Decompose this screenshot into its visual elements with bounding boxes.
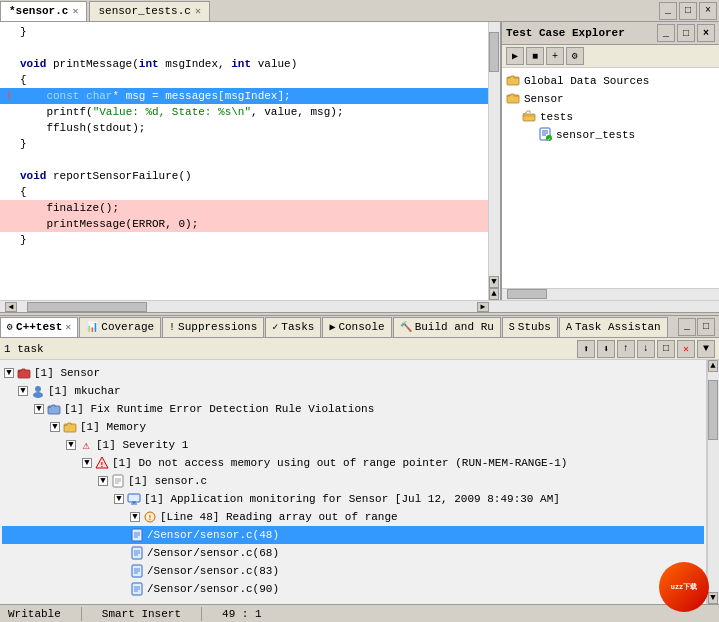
scroll-up-btn[interactable]: ▲ — [489, 288, 499, 300]
maximize-button[interactable]: □ — [679, 2, 697, 20]
error-icon: ! — [95, 456, 109, 470]
code-line: printf("Value: %d, State: %s\n", value, … — [0, 104, 500, 120]
status-divider — [81, 607, 82, 621]
editor-tab-bar: *sensor.c ✕ sensor_tests.c ✕ _ □ × — [0, 0, 719, 22]
bottom-panel-maximize[interactable]: □ — [697, 318, 715, 336]
test-tree[interactable]: Global Data Sources Sensor t — [502, 68, 719, 288]
task-btn-7[interactable]: ▼ — [697, 340, 715, 358]
expand-icon[interactable]: ▼ — [82, 458, 92, 468]
task-row-sensor-c-48[interactable]: /Sensor/sensor.c(48) — [2, 526, 704, 544]
panel-minimize[interactable]: _ — [657, 24, 675, 42]
close-icon[interactable]: ✕ — [72, 5, 78, 17]
red-folder-icon — [17, 366, 31, 380]
scrollbar-thumb[interactable] — [489, 32, 499, 72]
expand-icon[interactable]: ▼ — [66, 440, 76, 450]
tab-coverage[interactable]: 📊 Coverage — [79, 317, 161, 337]
code-text: printf("Value: %d, State: %s\n", value, … — [16, 106, 498, 118]
expand-icon[interactable]: ▼ — [114, 494, 124, 504]
panel-hscrollbar[interactable] — [502, 288, 719, 300]
code-line: void printMessage(int msgIndex, int valu… — [0, 56, 500, 72]
code-line — [0, 40, 500, 56]
scroll-up-btn[interactable]: ▲ — [708, 360, 718, 372]
task-tree[interactable]: ▼ [1] Sensor ▼ [1] mkuchar ▼ — [0, 360, 707, 604]
scroll-down-btn[interactable]: ▼ — [708, 592, 718, 604]
hscroll-thumb[interactable] — [27, 302, 147, 312]
expand-icon[interactable]: ▼ — [34, 404, 44, 414]
task-row-sensor-c-68[interactable]: /Sensor/sensor.c(68) — [2, 544, 704, 562]
task-btn-1[interactable]: ⬆ — [577, 340, 595, 358]
code-line: void reportSensorFailure() — [0, 168, 500, 184]
expand-icon[interactable]: ▼ — [130, 512, 140, 522]
tree-item-sensor[interactable]: Sensor — [506, 90, 715, 108]
expand-icon[interactable]: ▼ — [18, 386, 28, 396]
task-btn-2[interactable]: ⬇ — [597, 340, 615, 358]
tab-sensor-tests-c[interactable]: sensor_tests.c ✕ — [89, 1, 209, 21]
tab-suppressions[interactable]: ! Suppressions — [162, 317, 264, 337]
close-button[interactable]: × — [699, 2, 717, 20]
task-row-app-monitoring[interactable]: ▼ [1] Application monitoring for Sensor … — [2, 490, 704, 508]
tree-item-sensor-tests[interactable]: ✓ sensor_tests — [506, 126, 715, 144]
scrollbar-thumb[interactable] — [708, 380, 718, 440]
close-icon[interactable]: ✕ — [195, 5, 201, 17]
tab-label: Console — [338, 321, 384, 333]
task-btn-5[interactable]: □ — [657, 340, 675, 358]
code-text: void printMessage(int msgIndex, int valu… — [16, 58, 498, 70]
task-row-severity[interactable]: ▼ ⚠ [1] Severity 1 — [2, 436, 704, 454]
task-row-sensor-c-90[interactable]: /Sensor/sensor.c(90) — [2, 580, 704, 598]
panel-maximize[interactable]: □ — [677, 24, 695, 42]
editor-hscrollbar[interactable]: ◀ ▶ — [0, 302, 501, 312]
bottom-vscrollbar[interactable]: ▲ ▼ — [707, 360, 719, 604]
bottom-panel-minimize[interactable]: _ — [678, 318, 696, 336]
expand-icon[interactable]: ▼ — [98, 476, 108, 486]
minimize-button[interactable]: _ — [659, 2, 677, 20]
tree-item-global[interactable]: Global Data Sources — [506, 72, 715, 90]
task-row-fix[interactable]: ▼ [1] Fix Runtime Error Detection Rule V… — [2, 400, 704, 418]
tab-console[interactable]: ▶ Console — [322, 317, 391, 337]
expand-icon[interactable]: ▼ — [4, 368, 14, 378]
code-line: } — [0, 136, 500, 152]
task-row-memory[interactable]: ▼ [1] Memory — [2, 418, 704, 436]
code-text: } — [16, 138, 498, 150]
task-toolbar-row: 1 task ⬆ ⬇ ↑ ↓ □ ✕ ▼ — [0, 338, 719, 360]
gear-icon: ⚙ — [7, 321, 13, 333]
task-label: [1] Application monitoring for Sensor [J… — [144, 493, 560, 505]
tab-label: Coverage — [101, 321, 154, 333]
task-btn-3[interactable]: ↑ — [617, 340, 635, 358]
task-row-sensor-c-83[interactable]: /Sensor/sensor.c(83) — [2, 562, 704, 580]
expand-icon[interactable]: ▼ — [50, 422, 60, 432]
toolbar-btn-1[interactable]: ▶ — [506, 47, 524, 65]
panel-title-bar: Test Case Explorer _ □ × — [502, 22, 719, 45]
tab-sensor-c[interactable]: *sensor.c ✕ — [0, 1, 87, 21]
task-row-do-not-access[interactable]: ▼ ! [1] Do not access memory using out o… — [2, 454, 704, 472]
scroll-down-btn[interactable]: ▼ — [489, 276, 499, 288]
folder-blue-icon — [47, 402, 61, 416]
scrollbar-thumb[interactable] — [507, 289, 547, 299]
tree-item-tests[interactable]: tests — [506, 108, 715, 126]
scroll-right-btn[interactable]: ▶ — [477, 302, 489, 312]
severity-icon: ⚠ — [79, 438, 93, 452]
tab-build[interactable]: 🔨 Build and Ru — [393, 317, 501, 337]
code-line: } — [0, 232, 500, 248]
scroll-left-btn[interactable]: ◀ — [5, 302, 17, 312]
task-btn-6[interactable]: ✕ — [677, 340, 695, 358]
folder-icon — [506, 73, 522, 90]
close-icon[interactable]: ✕ — [65, 321, 71, 333]
toolbar-btn-4[interactable]: ⚙ — [566, 47, 584, 65]
task-row-mkuchar[interactable]: ▼ [1] mkuchar — [2, 382, 704, 400]
task-btn-4[interactable]: ↓ — [637, 340, 655, 358]
assistant-icon: A — [566, 322, 572, 333]
tab-tasks[interactable]: ✓ Tasks — [265, 317, 321, 337]
tab-stubs[interactable]: S Stubs — [502, 317, 558, 337]
task-row-sensor-c[interactable]: ▼ [1] sensor.c — [2, 472, 704, 490]
toolbar-btn-3[interactable]: + — [546, 47, 564, 65]
tab-cpptest[interactable]: ⚙ C++test ✕ — [0, 317, 78, 337]
toolbar-btn-2[interactable]: ■ — [526, 47, 544, 65]
status-divider — [201, 607, 202, 621]
editor-vscrollbar[interactable]: ▼ ▲ — [488, 22, 500, 300]
task-row-sensor[interactable]: ▼ [1] Sensor — [2, 364, 704, 382]
panel-close[interactable]: × — [697, 24, 715, 42]
task-row-line48[interactable]: ▼ ! [Line 48] Reading array out of range — [2, 508, 704, 526]
console-icon: ▶ — [329, 321, 335, 333]
task-label: [Line 48] Reading array out of range — [160, 511, 398, 523]
tab-task-assistant[interactable]: A Task Assistan — [559, 317, 668, 337]
